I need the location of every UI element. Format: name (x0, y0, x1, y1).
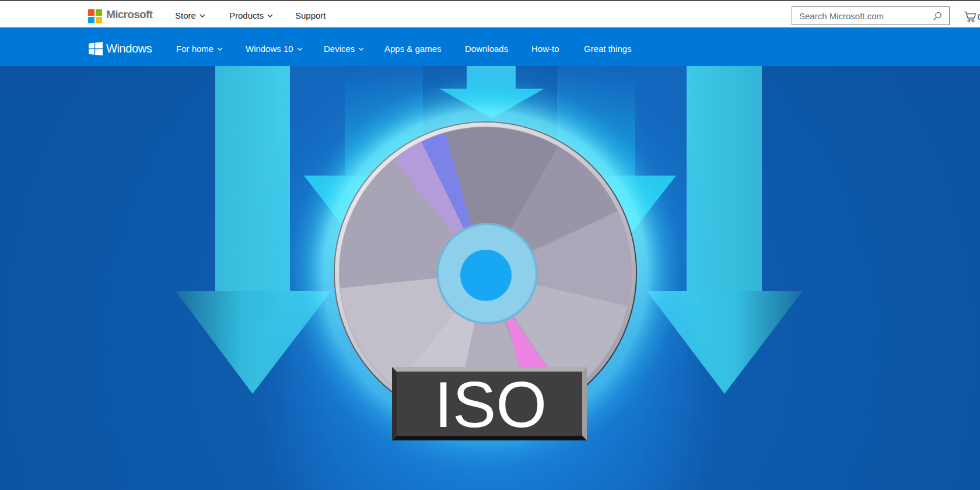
svg-text:ISO: ISO (435, 368, 547, 441)
svg-text:0: 0 (978, 12, 980, 22)
